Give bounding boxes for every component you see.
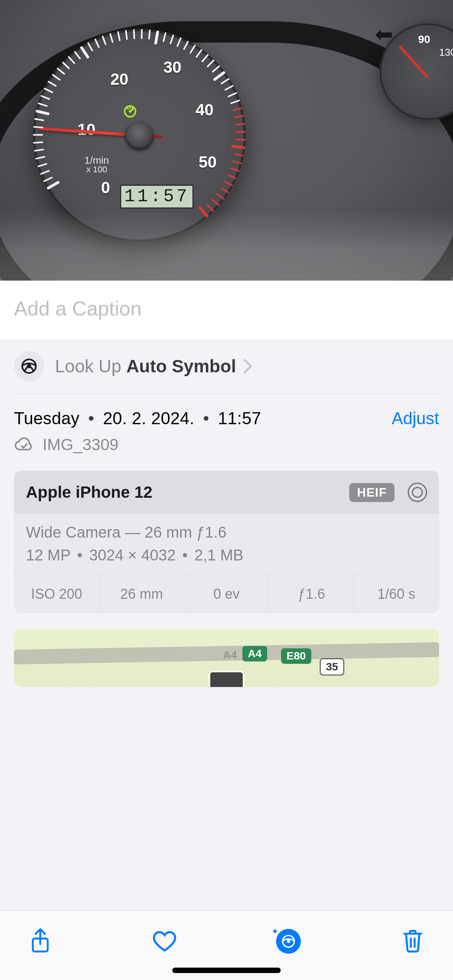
tick-label-0: 0 [101,178,110,197]
lens-icon [408,483,427,502]
gauge-hub [125,122,153,149]
caption-input[interactable] [14,297,439,320]
exif-shutter: 1/60 s [354,576,439,612]
visual-lookup-button[interactable]: ✦ [275,927,302,955]
svg-point-5 [287,939,290,943]
location-map[interactable]: A4 A4 E80 35 [14,629,439,687]
temp-label-130: 130 °C [439,46,453,58]
cruise-control-icon [122,103,138,119]
sparkle-icon: ✦ [0,0,1,12]
temp-label-90: 90 [418,33,430,46]
steering-wheel-icon [281,934,295,948]
weekday: Tuesday [14,409,79,428]
road-shield-e80: E80 [281,648,311,664]
photo-preview[interactable]: ➡ // placeholder; ticks drawn below via … [0,0,453,281]
tick-label-50: 50 [199,153,217,171]
camera-metadata-card: Apple iPhone 12 HEIF Wide Camera — 26 mm… [14,471,439,613]
adjust-button[interactable]: Adjust [392,409,439,428]
share-icon [29,927,51,955]
photo-info-panel[interactable]: ✦ Look Up Auto Symbol Tuesday • [0,281,453,910]
icloud-synced-icon [14,435,33,454]
format-badge: HEIF [349,483,395,502]
separator-dot: • [180,547,190,564]
home-indicator[interactable] [172,968,281,973]
unit-line-2: x 100 [84,165,109,174]
trash-icon [402,929,423,954]
tick-label-30: 30 [163,58,182,77]
lookup-badge-icon [14,351,44,381]
favorite-button[interactable] [151,927,178,955]
lookup-prefix: Look Up [55,356,126,376]
caption-section [0,281,453,339]
steering-wheel-icon [21,358,37,374]
temp-needle [398,45,429,78]
tachometer-gauge: // placeholder; ticks drawn below via in… [33,29,246,242]
road-shield-a4: A4 [242,646,267,661]
road-shield-35: 35 [320,658,344,675]
dimensions: 3024 × 4032 [89,547,176,564]
datetime-row: Tuesday • 20. 2. 2024. • 11:57 Adjust [0,394,453,428]
share-button[interactable] [26,927,54,955]
lookup-label: Look Up Auto Symbol [55,356,236,377]
exif-iso: ISO 200 [14,576,99,612]
device-model: Apple iPhone 12 [26,483,153,502]
road-label: A4 [223,649,237,661]
visual-lookup-row[interactable]: ✦ Look Up Auto Symbol [0,339,453,381]
lens-description: Wide Camera — 26 mm ƒ1.6 [26,524,427,541]
filename: IMG_3309 [43,435,118,454]
filename-row: IMG_3309 [0,428,453,454]
lookup-subject: Auto Symbol [126,356,236,376]
megapixels: 12 MP [26,547,70,564]
tick-label-40: 40 [196,101,214,119]
exif-aperture: ƒ1.6 [269,576,354,612]
separator-dot: • [84,409,98,428]
sparkle-icon: ✦ [271,927,278,937]
exif-row: ISO 200 26 mm 0 ev ƒ1.6 1/60 s [14,576,439,612]
separator-dot: • [75,547,85,564]
heart-icon [152,930,177,953]
date: 20. 2. 2024. [103,409,194,428]
filesize: 2,1 MB [194,547,244,564]
exif-ev: 0 ev [184,576,269,612]
exif-focal: 26 mm [99,576,184,612]
chevron-right-icon [242,358,253,374]
separator-dot: • [199,409,213,428]
tick-label-20: 20 [110,70,129,89]
photo-location-thumbnail [209,671,244,687]
tachometer-unit: 1/min x 100 [84,155,109,174]
time: 11:57 [218,409,261,428]
dashboard-clock-lcd: 11:57 [120,185,194,209]
delete-button[interactable] [399,927,427,955]
